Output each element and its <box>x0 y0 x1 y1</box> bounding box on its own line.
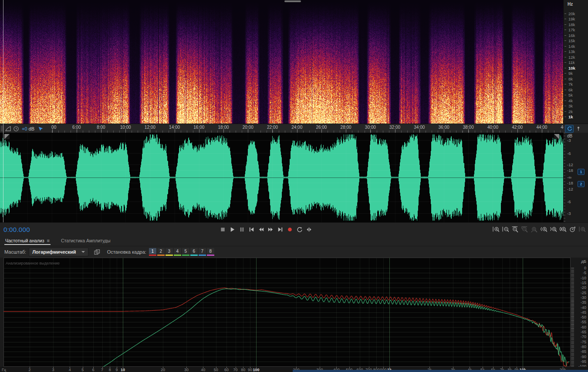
fa-db-label: 0 <box>584 266 586 270</box>
time-ruler-track[interactable]: 4:006:008:0010:0012:0014:0016:0018:0020:… <box>0 124 564 133</box>
spec-axis-tick <box>564 79 566 79</box>
spec-axis-tick <box>564 95 566 95</box>
spec-axis-label: 3k <box>568 104 573 108</box>
fa-hz-label: 2 <box>29 368 31 372</box>
spec-axis-label: 5k <box>568 93 573 97</box>
loop-mode-button[interactable] <box>565 125 574 133</box>
spec-axis-tick <box>564 106 566 106</box>
copy-graph-button[interactable] <box>94 249 100 255</box>
spec-axis-label: 1k <box>568 114 573 119</box>
zoom-out-button[interactable] <box>502 225 509 233</box>
playhead-in-out-button[interactable] <box>305 225 313 234</box>
hold-color-bar <box>149 255 156 256</box>
db-ruler-ticks <box>564 133 565 222</box>
channel-button-1[interactable]: 1 <box>578 169 585 175</box>
fa-db-label: -55 <box>581 320 586 324</box>
spec-axis-label: 16k <box>568 33 575 38</box>
gain-label[interactable]: +0 dB <box>22 126 34 131</box>
time-major-tick <box>468 129 469 133</box>
zoom-in-left-edge-button[interactable] <box>540 225 547 233</box>
fa-db-label: -70 <box>581 335 586 339</box>
hold-button-1[interactable]: 1 <box>149 248 156 256</box>
fa-hz-label: 80 <box>241 368 245 372</box>
frequency-plot[interactable] <box>3 258 571 367</box>
pin-icon[interactable] <box>576 126 581 132</box>
time-major-tick <box>321 129 322 133</box>
wf-db-label: -6 <box>567 151 571 156</box>
pause-button[interactable] <box>238 225 246 234</box>
db-axis-unit: дБ <box>581 259 586 264</box>
zoom-out-full-button[interactable] <box>511 225 518 233</box>
rewind-button[interactable] <box>257 225 265 234</box>
time-major-tick <box>52 129 53 133</box>
hold-color-bar <box>157 255 165 256</box>
skip-to-end-button[interactable] <box>276 225 284 234</box>
hold-button-6[interactable]: 6 <box>190 248 198 256</box>
hold-label: Остановка кадра: <box>107 249 146 255</box>
fa-db-label: -85 <box>581 349 586 354</box>
hold-color-bar <box>190 255 198 256</box>
panel-menu-icon[interactable]: ≡ <box>47 238 50 243</box>
spec-axis-label: 10k <box>568 66 575 70</box>
record-button[interactable] <box>286 225 294 234</box>
spectrogram-scroll-handle[interactable] <box>284 0 301 2</box>
hold-button-7[interactable]: 7 <box>199 248 206 256</box>
spec-axis-tick <box>564 35 566 36</box>
time-major-tick <box>175 129 175 133</box>
time-major-tick <box>297 129 297 133</box>
stop-button[interactable] <box>219 225 226 234</box>
waveform-display[interactable] <box>0 133 563 222</box>
clock-icon[interactable] <box>13 126 19 132</box>
wf-db-label: -∞ <box>567 175 571 180</box>
fade-envelope-icon[interactable] <box>5 125 11 132</box>
hold-button-2[interactable]: 2 <box>157 248 165 256</box>
scale-dropdown[interactable]: Логарифмический <box>29 248 88 256</box>
bottom-scrollbar[interactable] <box>293 370 588 372</box>
transport-buttons <box>219 225 313 234</box>
hold-button-8[interactable]: 8 <box>207 248 214 256</box>
audio-editor-window: Hz 20k19k18k17k16k15k14k13k12k11k10k9k8k… <box>0 0 588 372</box>
time-major-tick <box>395 129 395 133</box>
waveform-corner-grip-left[interactable] <box>4 134 10 139</box>
zoom-selection-button <box>521 225 528 233</box>
spec-axis-tick <box>564 24 566 25</box>
channel-button-2[interactable]: 2 <box>578 181 585 187</box>
panel-grip[interactable] <box>1 126 3 131</box>
fa-db-label: -10 <box>581 276 586 280</box>
wf-db-label: -12 <box>567 187 573 191</box>
fa-hz-label: 10 <box>121 368 125 372</box>
skip-to-start-button[interactable] <box>247 225 255 234</box>
hold-button-5[interactable]: 5 <box>182 248 189 256</box>
loop-playback-button[interactable] <box>295 225 303 234</box>
tab-amplitude-statistics[interactable]: Статистика Амплитуды <box>60 236 111 246</box>
spectrogram-display[interactable] <box>0 0 563 124</box>
spec-axis-label: 20k <box>568 11 575 16</box>
hold-button-4[interactable]: 4 <box>174 248 181 256</box>
waveform-db-axis: dB -3-6-12-18-∞-18-12-6-312 <box>563 133 588 222</box>
fa-db-label: -15 <box>581 281 586 285</box>
analysis-controls: Масштаб: Логарифмический Остановка кадра… <box>0 246 588 258</box>
spectrogram-frequency-axis: Hz 20k19k18k17k16k15k14k13k12k11k10k9k8k… <box>563 0 588 124</box>
hold-buttons: 12345678 <box>149 248 214 256</box>
hold-button-label: 2 <box>157 248 165 254</box>
spec-axis-label: 8k <box>568 77 573 81</box>
timeline-ruler[interactable]: 4:006:008:0010:0012:0014:0016:0018:0020:… <box>0 124 588 133</box>
waveform-corner-grip-right[interactable] <box>554 134 559 139</box>
time-major-tick <box>272 129 273 133</box>
hold-button-3[interactable]: 3 <box>166 248 173 256</box>
playhead-marker-icon[interactable] <box>37 125 44 132</box>
gain-value: +0 <box>22 126 27 131</box>
zoom-to-selection-button[interactable] <box>559 225 566 233</box>
play-button[interactable] <box>228 225 236 234</box>
fa-hz-label: 70 <box>233 368 238 372</box>
restore-zoom-button[interactable] <box>569 225 576 233</box>
zoom-in-right-edge-button[interactable] <box>550 225 557 233</box>
time-major-tick <box>150 129 150 133</box>
playhead[interactable] <box>3 0 3 222</box>
zoom-extra-button <box>578 225 585 233</box>
tab-frequency-analysis[interactable]: Частотный анализ≡ <box>4 236 51 246</box>
zoom-in-button[interactable] <box>492 225 499 233</box>
fast-forward-button[interactable] <box>267 225 274 234</box>
spec-axis-tick <box>564 51 566 52</box>
time-display[interactable]: 0:00.000 <box>3 226 30 233</box>
